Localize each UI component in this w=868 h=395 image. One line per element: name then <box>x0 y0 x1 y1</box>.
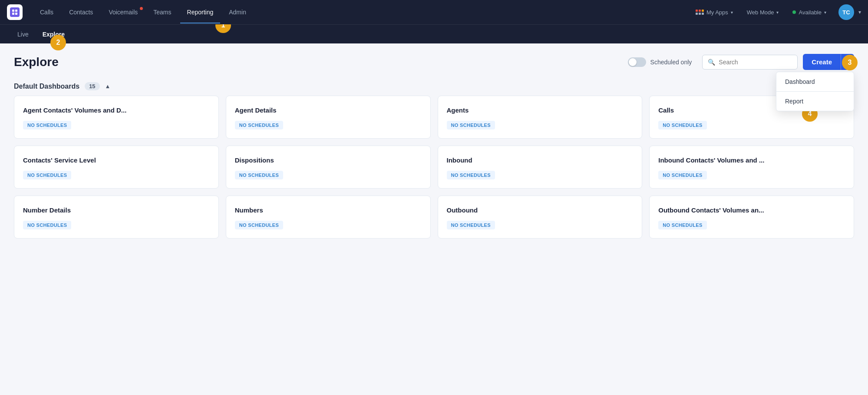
my-apps-label: My Apps <box>706 9 728 16</box>
top-navigation: Calls Contacts Voicemails Teams Reportin… <box>0 0 868 24</box>
no-schedules-badge: NO SCHEDULES <box>23 221 71 229</box>
card-agents[interactable]: Agents NO SCHEDULES <box>438 96 643 139</box>
logo[interactable] <box>7 4 23 20</box>
no-schedules-badge: NO SCHEDULES <box>23 121 71 129</box>
guide-circle-3: 3 <box>842 55 858 70</box>
sub-navigation: Live Explore <box>0 24 868 43</box>
default-dashboards-section: Default Dashboards 15 ▲ Agent Contacts' … <box>0 77 868 246</box>
search-input[interactable] <box>719 59 792 66</box>
available-button[interactable]: Available ▾ <box>787 7 832 18</box>
no-schedules-badge: NO SCHEDULES <box>23 171 71 179</box>
no-schedules-badge: NO SCHEDULES <box>235 221 283 229</box>
no-schedules-badge: NO SCHEDULES <box>447 171 495 179</box>
nav-teams[interactable]: Teams <box>146 5 178 19</box>
available-chevron-icon: ▾ <box>824 10 826 15</box>
scheduled-toggle-track[interactable] <box>628 57 646 67</box>
no-schedules-badge: NO SCHEDULES <box>235 121 283 129</box>
no-schedules-badge: NO SCHEDULES <box>658 221 706 229</box>
card-inbound[interactable]: Inbound NO SCHEDULES <box>438 146 643 189</box>
card-title: Inbound Contacts' Volumes and ... <box>658 156 845 164</box>
avatar[interactable]: TC <box>838 4 854 20</box>
svg-rect-0 <box>12 10 14 12</box>
nav-admin[interactable]: Admin <box>222 5 253 19</box>
section-title: Default Dashboards <box>14 83 79 90</box>
page-title: Explore <box>14 55 628 69</box>
status-dot-icon <box>792 10 796 14</box>
section-collapse-icon[interactable]: ▲ <box>105 83 111 90</box>
card-agent-contacts-volumes[interactable]: Agent Contacts' Volumes and D... NO SCHE… <box>14 96 219 139</box>
my-apps-button[interactable]: My Apps ▾ <box>690 7 738 18</box>
card-contacts-service-level[interactable]: Contacts' Service Level NO SCHEDULES <box>14 146 219 189</box>
nav-right: My Apps ▾ Web Mode ▾ Available ▾ TC ▾ <box>690 4 861 20</box>
section-header[interactable]: Default Dashboards 15 ▲ <box>14 77 854 96</box>
guide-circle-2: 2 <box>50 35 66 50</box>
card-numbers[interactable]: Numbers NO SCHEDULES <box>226 196 431 239</box>
card-title: Number Details <box>23 206 210 214</box>
card-outbound-contacts-volumes[interactable]: Outbound Contacts' Volumes an... NO SCHE… <box>649 196 854 239</box>
no-schedules-badge: NO SCHEDULES <box>658 121 706 129</box>
nav-links: Calls Contacts Voicemails Teams Reportin… <box>33 5 690 19</box>
no-schedules-badge: NO SCHEDULES <box>235 171 283 179</box>
search-box[interactable]: 🔍 <box>702 55 798 70</box>
card-title: Outbound Contacts' Volumes an... <box>658 206 845 214</box>
card-number-details[interactable]: Number Details NO SCHEDULES <box>14 196 219 239</box>
card-title: Dispositions <box>235 156 422 164</box>
web-mode-button[interactable]: Web Mode ▾ <box>742 7 784 18</box>
card-title: Agents <box>447 106 634 114</box>
web-mode-chevron-icon: ▾ <box>776 10 779 15</box>
create-dropdown-menu: Dashboard Report <box>776 72 854 111</box>
card-agent-details[interactable]: Agent Details NO SCHEDULES <box>226 96 431 139</box>
web-mode-label: Web Mode <box>747 9 774 16</box>
scheduled-only-label: Scheduled only <box>650 59 692 66</box>
avatar-chevron-icon: ▾ <box>858 9 861 15</box>
dashboards-grid: Agent Contacts' Volumes and D... NO SCHE… <box>14 96 854 246</box>
subnav-live[interactable]: Live <box>10 27 36 41</box>
svg-rect-1 <box>15 10 17 12</box>
dropdown-report[interactable]: Report <box>776 92 854 111</box>
nav-calls[interactable]: Calls <box>33 5 60 19</box>
card-title: Contacts' Service Level <box>23 156 210 164</box>
card-title: Inbound <box>447 156 634 164</box>
create-button[interactable]: Create <box>803 54 841 70</box>
card-title: Outbound <box>447 206 634 214</box>
toggle-thumb <box>629 58 637 66</box>
card-inbound-contacts-volumes[interactable]: Inbound Contacts' Volumes and ... NO SCH… <box>649 146 854 189</box>
section-count: 15 <box>85 82 99 90</box>
card-title: Agent Contacts' Volumes and D... <box>23 106 210 114</box>
no-schedules-badge: NO SCHEDULES <box>447 121 495 129</box>
search-icon: 🔍 <box>708 59 715 66</box>
nav-reporting[interactable]: Reporting <box>180 5 221 19</box>
my-apps-chevron-icon: ▾ <box>731 10 733 15</box>
svg-rect-2 <box>12 13 14 15</box>
scheduled-toggle[interactable]: Scheduled only <box>628 57 692 67</box>
card-title: Agent Details <box>235 106 422 114</box>
available-label: Available <box>799 9 822 16</box>
card-dispositions[interactable]: Dispositions NO SCHEDULES <box>226 146 431 189</box>
no-schedules-badge: NO SCHEDULES <box>447 221 495 229</box>
svg-rect-3 <box>15 13 17 15</box>
card-outbound[interactable]: Outbound NO SCHEDULES <box>438 196 643 239</box>
nav-contacts[interactable]: Contacts <box>62 5 100 19</box>
card-title: Numbers <box>235 206 422 214</box>
dropdown-dashboard[interactable]: Dashboard <box>776 72 854 91</box>
nav-voicemails[interactable]: Voicemails <box>102 5 145 19</box>
explore-header: Explore Scheduled only 🔍 Create ▾ Dashbo… <box>0 43 868 77</box>
no-schedules-badge: NO SCHEDULES <box>658 171 706 179</box>
